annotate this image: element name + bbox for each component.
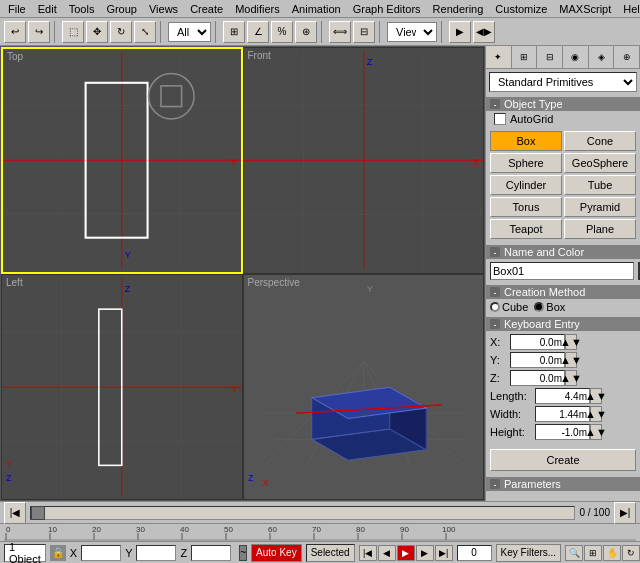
menu-graph-editors[interactable]: Graph Editors bbox=[347, 3, 427, 15]
btn-sphere[interactable]: Sphere bbox=[490, 153, 562, 173]
lock-icon[interactable]: 🔒 bbox=[50, 545, 66, 561]
tab-create[interactable]: ✦ bbox=[486, 46, 512, 68]
timeline-slider[interactable] bbox=[30, 506, 575, 520]
autogrid-checkbox[interactable] bbox=[494, 113, 506, 125]
menu-modifiers[interactable]: Modifiers bbox=[229, 3, 286, 15]
move-btn[interactable]: ✥ bbox=[86, 21, 108, 43]
menu-rendering[interactable]: Rendering bbox=[427, 3, 490, 15]
y-input[interactable] bbox=[510, 352, 565, 368]
tab-motion[interactable]: ◉ bbox=[563, 46, 589, 68]
menu-group[interactable]: Group bbox=[100, 3, 143, 15]
x-spinner[interactable]: ▲▼ bbox=[565, 334, 577, 350]
timeline-end-btn[interactable]: ▶| bbox=[614, 502, 636, 524]
menu-edit[interactable]: Edit bbox=[32, 3, 63, 15]
object-name-input[interactable] bbox=[490, 262, 634, 280]
length-input[interactable] bbox=[535, 388, 590, 404]
z-label: Z: bbox=[490, 372, 510, 384]
btn-cone[interactable]: Cone bbox=[564, 131, 636, 151]
height-spinner[interactable]: ▲▼ bbox=[590, 424, 602, 440]
prev-key-btn[interactable]: ◀ bbox=[378, 545, 396, 561]
y-spinner[interactable]: ▲▼ bbox=[565, 352, 577, 368]
undo-btn[interactable]: ↩ bbox=[4, 21, 26, 43]
key-filters-btn[interactable]: Key Filters... bbox=[496, 544, 562, 562]
select-btn[interactable]: ⬚ bbox=[62, 21, 84, 43]
x-coord-input[interactable] bbox=[81, 545, 121, 561]
btn-teapot[interactable]: Teapot bbox=[490, 219, 562, 239]
primitives-dropdown[interactable]: Standard Primitives bbox=[489, 72, 637, 92]
collapse-object-type[interactable]: - bbox=[490, 99, 500, 109]
viewport-perspective[interactable]: Perspective bbox=[243, 274, 485, 501]
spinner-snap-btn[interactable]: ⊛ bbox=[295, 21, 317, 43]
menu-create[interactable]: Create bbox=[184, 3, 229, 15]
z-input[interactable] bbox=[510, 370, 565, 386]
width-input[interactable] bbox=[535, 406, 590, 422]
btn-torus[interactable]: Torus bbox=[490, 197, 562, 217]
collapse-keyboard-entry[interactable]: - bbox=[490, 319, 500, 329]
btn-plane[interactable]: Plane bbox=[564, 219, 636, 239]
menu-file[interactable]: File bbox=[2, 3, 32, 15]
scale-btn[interactable]: ⤡ bbox=[134, 21, 156, 43]
percent-snap-btn[interactable]: % bbox=[271, 21, 293, 43]
auto-key-btn[interactable]: Auto Key bbox=[251, 544, 302, 562]
collapse-parameters[interactable]: - bbox=[490, 479, 500, 489]
viewport-front[interactable]: Front X Z bbox=[243, 47, 485, 274]
zoom-btn[interactable]: 🔍 bbox=[565, 545, 583, 561]
menu-help[interactable]: Help bbox=[617, 3, 640, 15]
height-input[interactable] bbox=[535, 424, 590, 440]
btn-pyramid[interactable]: Pyramid bbox=[564, 197, 636, 217]
radio-cube[interactable]: Cube bbox=[490, 301, 528, 313]
timeline-thumb[interactable] bbox=[31, 506, 45, 520]
next-frame-btn[interactable]: ▶| bbox=[435, 545, 453, 561]
play-btn[interactable]: ▶ bbox=[397, 545, 415, 561]
align-btn[interactable]: ⊟ bbox=[353, 21, 375, 43]
viewport-left[interactable]: Left Y Z Z Y bbox=[1, 274, 243, 501]
y-label: Y: bbox=[490, 354, 510, 366]
menu-customize[interactable]: Customize bbox=[489, 3, 553, 15]
y-coord-input[interactable] bbox=[136, 545, 176, 561]
frame-input[interactable] bbox=[457, 545, 492, 561]
mirror-btn[interactable]: ⟺ bbox=[329, 21, 351, 43]
btn-geosphere[interactable]: GeoSphere bbox=[564, 153, 636, 173]
create-button[interactable]: Create bbox=[490, 449, 636, 471]
tab-hierarchy[interactable]: ⊟ bbox=[537, 46, 563, 68]
angle-snap-btn[interactable]: ∠ bbox=[247, 21, 269, 43]
radio-box-btn[interactable] bbox=[534, 302, 544, 312]
redo-btn[interactable]: ↪ bbox=[28, 21, 50, 43]
btn-box[interactable]: Box bbox=[490, 131, 562, 151]
width-spinner[interactable]: ▲▼ bbox=[590, 406, 602, 422]
btn-tube[interactable]: Tube bbox=[564, 175, 636, 195]
z-coord-input[interactable] bbox=[191, 545, 231, 561]
next-key-btn[interactable]: ▶ bbox=[416, 545, 434, 561]
timeline-start-btn[interactable]: |◀ bbox=[4, 502, 26, 524]
collapse-name-color[interactable]: - bbox=[490, 247, 500, 257]
menu-animation[interactable]: Animation bbox=[286, 3, 347, 15]
arc-rotate-btn[interactable]: ↻ bbox=[622, 545, 640, 561]
z-spinner[interactable]: ▲▼ bbox=[565, 370, 577, 386]
prev-frame-btn[interactable]: |◀ bbox=[359, 545, 377, 561]
track-marks: 0 10 20 30 40 50 60 70 80 90 100 bbox=[4, 524, 636, 541]
menu-maxscript[interactable]: MAXScript bbox=[553, 3, 617, 15]
menu-tools[interactable]: Tools bbox=[63, 3, 101, 15]
rotate-btn[interactable]: ↻ bbox=[110, 21, 132, 43]
tab-utilities[interactable]: ⊕ bbox=[614, 46, 640, 68]
svg-text:Z: Z bbox=[125, 284, 131, 294]
quick-render-btn[interactable]: ◀▶ bbox=[473, 21, 495, 43]
key-icon[interactable]: ~ bbox=[239, 545, 247, 561]
menu-views[interactable]: Views bbox=[143, 3, 184, 15]
viewport-top[interactable]: Top X Y bbox=[1, 47, 243, 274]
layers-dropdown[interactable]: All bbox=[168, 22, 211, 42]
radio-cube-btn[interactable] bbox=[490, 302, 500, 312]
radio-box[interactable]: Box bbox=[534, 301, 565, 313]
length-spinner[interactable]: ▲▼ bbox=[590, 388, 602, 404]
pan-btn[interactable]: ✋ bbox=[603, 545, 621, 561]
zoom-all-btn[interactable]: ⊞ bbox=[584, 545, 602, 561]
x-input[interactable] bbox=[510, 334, 565, 350]
tab-modify[interactable]: ⊞ bbox=[512, 46, 538, 68]
snap-btn[interactable]: ⊞ bbox=[223, 21, 245, 43]
view-dropdown[interactable]: View bbox=[387, 22, 437, 42]
tab-display[interactable]: ◈ bbox=[589, 46, 615, 68]
collapse-creation-method[interactable]: - bbox=[490, 287, 500, 297]
render-btn[interactable]: ▶ bbox=[449, 21, 471, 43]
btn-cylinder[interactable]: Cylinder bbox=[490, 175, 562, 195]
svg-rect-8 bbox=[161, 86, 182, 107]
